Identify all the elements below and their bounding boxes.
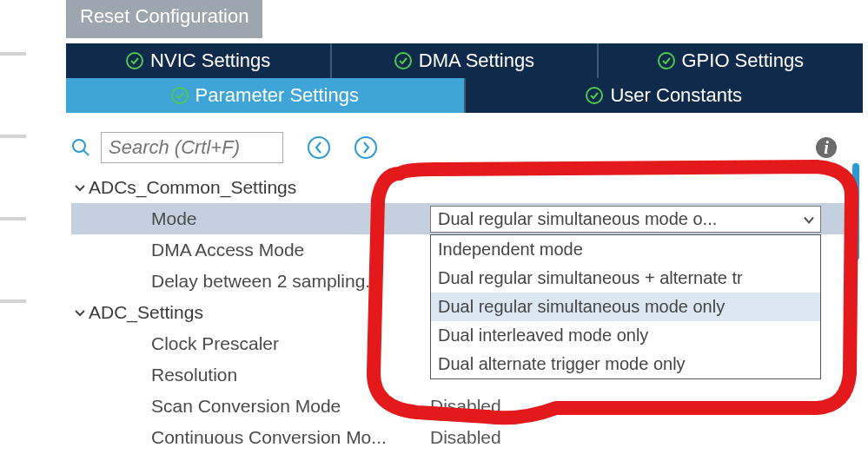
tab-nvic-settings[interactable]: NVIC Settings bbox=[66, 43, 332, 78]
param-label: Resolution bbox=[151, 365, 237, 385]
check-icon bbox=[126, 52, 143, 69]
svg-line-1 bbox=[83, 150, 89, 155]
param-value: Disabled bbox=[430, 427, 847, 448]
scrollbar-thumb[interactable] bbox=[852, 163, 859, 260]
info-icon[interactable]: i bbox=[816, 137, 837, 158]
param-label: Scan Conversion Mode bbox=[151, 396, 341, 417]
svg-point-0 bbox=[73, 140, 85, 152]
param-label: Delay between 2 sampling... bbox=[151, 271, 381, 292]
dropdown-option[interactable]: Independent mode bbox=[431, 235, 820, 264]
param-label: Mode bbox=[151, 208, 197, 229]
search-prev-button[interactable] bbox=[308, 136, 330, 159]
mode-dropdown-list: Independent mode Dual regular simultaneo… bbox=[430, 234, 821, 379]
chevron-down-icon[interactable] bbox=[71, 181, 89, 194]
row-scan-conversion-mode[interactable]: Scan Conversion Mode Disabled bbox=[71, 391, 847, 422]
tab-label: NVIC Settings bbox=[150, 49, 270, 72]
tab-label: Parameter Settings bbox=[195, 84, 359, 107]
search-next-button[interactable] bbox=[354, 136, 377, 159]
tab-label: User Constants bbox=[610, 84, 742, 107]
search-row: i bbox=[71, 132, 863, 163]
dropdown-option[interactable]: Dual regular simultaneous mode only bbox=[431, 293, 820, 321]
row-mode[interactable]: Mode Dual regular simultaneous mode o...… bbox=[71, 203, 847, 234]
chevron-down-icon bbox=[803, 209, 815, 229]
group-title: ADCs_Common_Settings bbox=[89, 177, 296, 198]
param-label: Continuous Conversion Mo... bbox=[151, 427, 387, 448]
dropdown-selected-text: Dual regular simultaneous mode o... bbox=[438, 209, 717, 228]
reset-button-label: Reset Configuration bbox=[80, 5, 248, 27]
search-input[interactable] bbox=[101, 132, 283, 163]
tab-gpio-settings[interactable]: GPIO Settings bbox=[599, 43, 863, 78]
param-label: Clock Prescaler bbox=[151, 333, 279, 354]
param-value: Disabled bbox=[430, 396, 847, 417]
chevron-down-icon[interactable] bbox=[71, 306, 89, 319]
tab-label: GPIO Settings bbox=[682, 49, 805, 72]
tabs-row-2: Parameter Settings User Constants bbox=[66, 78, 863, 113]
reset-configuration-button[interactable]: Reset Configuration bbox=[66, 0, 262, 38]
check-icon bbox=[658, 52, 675, 69]
dropdown-option[interactable]: Dual interleaved mode only bbox=[431, 321, 820, 350]
row-continuous-conversion-mode[interactable]: Continuous Conversion Mo... Disabled bbox=[71, 422, 847, 453]
tab-dma-settings[interactable]: DMA Settings bbox=[332, 43, 598, 78]
check-icon bbox=[394, 52, 412, 69]
tabs-row-1: NVIC Settings DMA Settings GPIO Settings bbox=[66, 43, 863, 78]
parameter-tree: ADCs_Common_Settings Mode Dual regular s… bbox=[71, 172, 847, 453]
group-title: ADC_Settings bbox=[89, 302, 203, 323]
tab-label: DMA Settings bbox=[419, 49, 534, 72]
mode-dropdown[interactable]: Dual regular simultaneous mode o... bbox=[430, 206, 821, 233]
param-label: DMA Access Mode bbox=[151, 240, 304, 260]
check-icon bbox=[171, 87, 189, 104]
tabs-container: NVIC Settings DMA Settings GPIO Settings bbox=[66, 43, 863, 113]
dropdown-option[interactable]: Dual alternate trigger mode only bbox=[431, 350, 820, 378]
search-icon[interactable] bbox=[71, 138, 90, 157]
dropdown-option[interactable]: Dual regular simultaneous + alternate tr bbox=[431, 264, 820, 293]
tab-parameter-settings[interactable]: Parameter Settings bbox=[66, 78, 466, 113]
param-value-cell: Dual regular simultaneous mode o... Inde… bbox=[430, 206, 847, 233]
tab-user-constants[interactable]: User Constants bbox=[466, 78, 864, 113]
check-icon bbox=[586, 87, 603, 104]
group-adcs-common-settings[interactable]: ADCs_Common_Settings bbox=[71, 172, 847, 203]
